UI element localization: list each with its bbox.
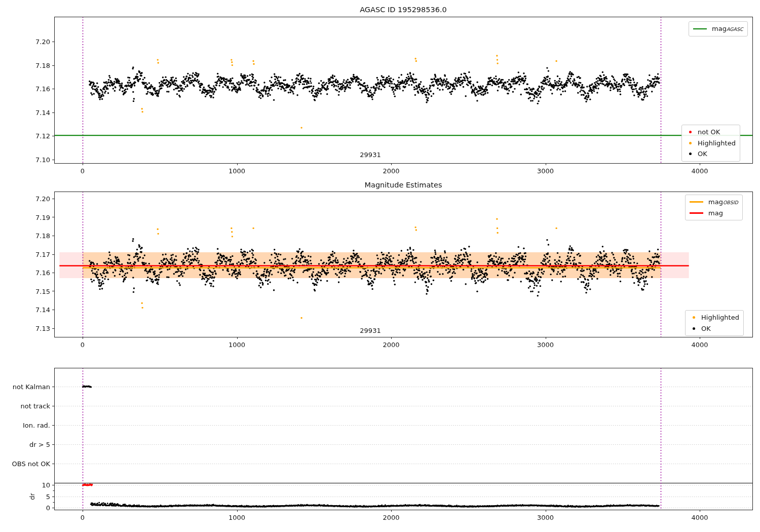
- green-line-sample: [693, 28, 707, 29]
- y-tick-label: 7.16: [35, 269, 50, 277]
- x-tick-label: 0: [81, 341, 85, 349]
- plot2-legend-lines: magOBSID mag: [685, 195, 743, 220]
- legend-label: OK: [698, 150, 707, 158]
- flag-row-label: Ion. rad.: [23, 422, 50, 429]
- legend-item-ok: OK: [690, 323, 739, 334]
- orange-dot-icon: [693, 316, 695, 319]
- black-dot-icon: [689, 153, 692, 155]
- legend-item-ok: OK: [686, 148, 736, 160]
- y-tick-label: 7.13: [35, 324, 50, 332]
- y-tick-label: 7.20: [35, 38, 50, 46]
- x-tick-label: 3000: [537, 341, 554, 349]
- y-tick-label: 7.18: [35, 232, 50, 240]
- orange-line-sample: [690, 201, 703, 203]
- y-tick-label: 7.10: [35, 156, 50, 164]
- y-tick-label: 7.16: [35, 85, 50, 93]
- orange-dot-icon: [689, 142, 692, 144]
- figure: AGASC ID 195298536.0 Magnitude Estimates…: [0, 0, 760, 532]
- plot2-legend-markers: Highlighted OK: [685, 310, 744, 336]
- y-tick-label: 7.17: [35, 250, 50, 258]
- x-tick-label: 1000: [229, 167, 245, 175]
- x-tick-label: 1000: [229, 514, 245, 521]
- red-line-sample: [690, 212, 703, 214]
- y-tick-label: 7.14: [35, 108, 50, 116]
- plot1-legend-markers: not OK Highlighted OK: [681, 125, 740, 162]
- x-tick-label: 2000: [383, 167, 399, 175]
- flag-row-label: dr > 5: [29, 441, 50, 448]
- y-tick-label: 7.20: [35, 195, 50, 203]
- legend-item-not-ok: not OK: [686, 127, 736, 138]
- legend-item-highlighted: Highlighted: [686, 138, 736, 149]
- y-tick-label: 7.12: [35, 132, 50, 140]
- plot2-obsid-annotation: 29931: [360, 327, 381, 334]
- flag-row-label: OBS not OK: [12, 460, 51, 468]
- x-tick-label: 2000: [383, 341, 399, 349]
- plot2-title: Magnitude Estimates: [364, 181, 442, 189]
- flag-row-label: not Kalman: [13, 383, 50, 391]
- flag-row-label: not track: [20, 402, 50, 410]
- legend-item-highlighted: Highlighted: [690, 312, 739, 323]
- x-tick-label: 3000: [537, 167, 554, 175]
- y-tick-label: 7.15: [35, 287, 50, 295]
- legend-item-mag-agasc: magAGASC: [693, 23, 743, 34]
- legend-label: OK: [701, 325, 711, 332]
- x-tick-label: 0: [81, 514, 85, 521]
- legend-label: magOBSID: [708, 198, 738, 206]
- plot1-obsid-annotation: 29931: [360, 151, 381, 159]
- y-tick-label: 7.14: [35, 306, 50, 314]
- dr-tick-label: 0: [46, 504, 50, 512]
- legend-label: magAGASC: [712, 25, 743, 32]
- dr-tick-label: 10: [42, 481, 50, 489]
- x-tick-label: 2000: [383, 514, 399, 521]
- x-tick-label: 0: [81, 167, 85, 175]
- plot1-legend-mag-agasc: magAGASC: [689, 21, 748, 36]
- plot1-title: AGASC ID 195298536.0: [360, 6, 447, 14]
- red-dot-icon: [689, 131, 692, 133]
- plot3-ylabel-dr: dr: [28, 493, 36, 500]
- x-tick-label: 3000: [537, 514, 554, 521]
- dr-tick-label: 5: [46, 492, 50, 500]
- x-tick-label: 4000: [691, 341, 708, 349]
- y-tick-label: 7.18: [35, 61, 50, 69]
- legend-item-mag-obsid: magOBSID: [690, 197, 738, 208]
- legend-item-mag: mag: [690, 208, 738, 219]
- legend-label: mag: [708, 209, 723, 217]
- black-dot-icon: [693, 327, 695, 330]
- legend-label: not OK: [698, 128, 720, 136]
- legend-label: Highlighted: [701, 314, 739, 321]
- figure-canvas: [0, 0, 760, 532]
- x-tick-label: 4000: [691, 167, 708, 175]
- x-tick-label: 4000: [691, 514, 708, 521]
- y-tick-label: 7.19: [35, 213, 50, 221]
- legend-label: Highlighted: [698, 139, 736, 147]
- x-tick-label: 1000: [229, 341, 245, 349]
